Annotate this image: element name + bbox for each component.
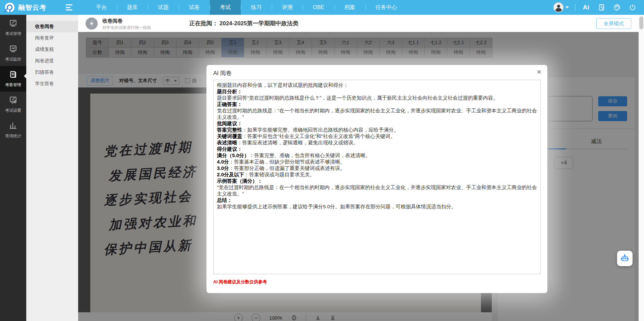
ai-text-line: 答案完整性：如果学生能够完整、准确地回答出总路线的核心内容，应给予满分。 [217,127,537,133]
exam-paper-icon [9,70,18,80]
ai-text-bold: 答案完整性 [217,127,242,133]
user-menu[interactable] [553,2,569,12]
exam-monitor-icon [9,44,18,54]
ai-text-normal: ：答案完整、准确，包含所有核心关键词，表述清晰。 [249,152,371,158]
sidebar-item-考试监控[interactable]: 考试监控 [0,40,26,66]
ai-text-normal: 如果学生能够提供上述示例答案，建议给予满分5.0分。如果答案存在部分问题，可根据… [217,204,456,209]
page-scrollbar [639,15,644,321]
sidebar-item-考卷管理[interactable]: 考卷管理 [0,66,26,92]
ai-text-normal: ：答案中应包含“社会主义工业化”和“社会主义改造”两个核心关键词。 [242,133,395,139]
close-icon[interactable]: × [537,68,541,76]
ai-assistant-icon[interactable]: Ai [581,3,591,12]
ai-robot-button[interactable] [617,251,633,266]
ai-text-bold: 关键词覆盖 [217,133,242,139]
exam-manage-icon [9,19,18,29]
sidebar-item-考试管理[interactable]: 考试管理 [0,15,26,40]
scrollbar-thumb[interactable] [639,16,643,29]
topnav-item[interactable]: OBE [303,0,334,15]
ai-grading-modal: AI 阅卷 × 根据题目内容和分值，以下是对该试题的批阅建议和得分：题目分析：题… [206,65,547,293]
topnav-item[interactable]: 题库 [117,0,148,15]
app-title: 融智云考 [18,3,46,12]
ai-text-normal: “党在过渡时期的总路线是：在一个相当长的时期内，逐步实现国家的社会主义工业化，并… [217,184,537,197]
submenu-item-阅卷进度[interactable]: 阅卷进度 [26,55,78,67]
sidebar-item-label: 考卷管理 [5,82,21,88]
topnav-item[interactable]: 考试 [210,0,241,15]
submenu-item-成绩复核[interactable]: 成绩复核 [26,44,78,55]
ai-text-normal: ：如果学生能够完整、准确地回答出总路线的核心内容，应给予满分。 [242,127,399,133]
collapse-menu-icon[interactable] [66,4,72,10]
ai-text-line: 正确答案： [217,101,537,107]
topnav-item[interactable]: 档案 [334,0,365,15]
page-subtitle: 对学生的试卷进行统一批阅 [102,25,151,31]
topnav-item[interactable]: 任务中心 [365,0,407,15]
ai-text-normal: ：答案部分正确，但遗漏了重要关键词或表述有误。 [229,165,345,171]
ai-disclaimer-text: AI 阅卷建议及分数仅供参考 [213,279,267,285]
ai-text-line: 表述清晰：答案应表述清晰，逻辑通顺，避免出现歧义或错误。 [217,139,537,146]
app-logo: 融智云考 [0,2,62,12]
logo-icon [5,2,15,12]
ai-suggestion-textbox[interactable]: 根据题目内容和分值，以下是对该试题的批阅建议和得分：题目分析：题目要求回答“党在… [213,80,541,274]
sidebar-item-label: 考试监控 [5,57,21,62]
page-header: 收卷阅卷 对学生的试卷进行统一批阅 正在批阅： 2024-2025第一学期期中政… [78,15,639,32]
ai-text-bold: 满分（5.0分） [217,152,249,158]
submenu-sidebar: 收卷阅卷阅卷复评成绩复核阅卷进度扫描答卷学生答卷 [26,15,78,321]
ai-text-normal: 党在过渡时期的总路线是：“在一个相当长的时期内，逐步实现国家的社会主义工业化，并… [217,108,537,120]
ai-text-line: 得分建议： [217,146,537,152]
ai-text-normal: 根据题目内容和分值，以下是对该试题的批阅建议和得分： [217,82,348,88]
sidebar-item-考试设置[interactable]: 考试设置 [0,92,26,117]
ai-text-line: 满分（5.0分）：答案完整、准确，包含所有核心关键词，表述清晰。 [217,152,537,158]
topnav-item[interactable]: 试卷 [179,0,210,15]
ai-text-normal: ：答案应表述清晰，逻辑通顺，避免出现歧义或错误。 [237,140,358,145]
topnav-item[interactable]: 练习 [241,0,272,15]
ai-text-line: 示例答案（满分）： [217,178,537,184]
back-button[interactable] [86,17,98,30]
topnav-item[interactable]: 试题 [148,0,179,15]
top-navbar: 融智云考 平台题库试题试卷考试练习评测OBE档案任务中心 Ai [0,0,644,15]
grading-status-text: 正在批阅： 2024-2025第一学期期中政法类 [189,20,298,27]
sidebar-item-label: 考试设置 [5,108,21,113]
notes-pen-icon[interactable] [597,3,606,12]
submenu-item-收卷阅卷[interactable]: 收卷阅卷 [26,21,78,32]
ai-text-bold: 总结： [217,197,232,203]
divider [575,4,575,11]
topnav-item[interactable]: 评测 [272,0,303,15]
submenu-item-扫描答卷[interactable]: 扫描答卷 [26,67,78,78]
ai-text-line: 题目要求回答“党在过渡时期的总路线是什么？”，这是一个历史知识点，属于新民主主义… [217,95,537,101]
ai-text-line: 批阅建议： [217,120,537,127]
ai-text-line: “党在过渡时期的总路线是：在一个相当长的时期内，逐步实现国家的社会主义工业化，并… [217,184,537,197]
ai-text-line: 2.0分及以下：答案错误或与题目要求无关。 [217,171,537,178]
exam-settings-icon [9,96,18,105]
ai-text-normal: ：答案基本正确，但缺少部分细节或表述不够清晰。 [229,159,345,165]
ai-text-line: 3.0分：答案部分正确，但遗漏了重要关键词或表述有误。 [217,165,537,171]
sidebar-item-label: 查询统计 [5,133,21,139]
ai-text-line: 根据题目内容和分值，以下是对该试题的批阅建议和得分： [217,82,537,88]
sidebar-item-查询统计[interactable]: 查询统计 [0,117,26,143]
ai-text-line: 如果学生能够提供上述示例答案，建议给予满分5.0分。如果答案存在部分问题，可根据… [217,203,537,210]
ai-text-bold: 题目分析： [217,88,242,94]
ai-text-line: 党在过渡时期的总路线是：“在一个相当长的时期内，逐步实现国家的社会主义工业化，并… [217,107,537,120]
ai-text-line: 关键词覆盖：答案中应包含“社会主义工业化”和“社会主义改造”两个核心关键词。 [217,133,537,139]
fullscreen-button[interactable]: 全屏模式 [596,18,631,29]
page-title: 收卷阅卷 [102,18,123,24]
topnav-item[interactable]: 平台 [86,0,117,15]
ai-text-normal: 题目要求回答“党在过渡时期的总路线是什么？”，这是一个历史知识点，属于新民主主义… [217,95,498,101]
logout-power-icon[interactable] [628,3,637,12]
submenu-item-阅卷复评[interactable]: 阅卷复评 [26,32,78,44]
ai-text-bold: 正确答案： [217,101,242,107]
query-stats-icon [9,121,18,131]
chevron-down-icon [566,6,569,8]
theme-palette-icon[interactable] [612,3,622,12]
icon-sidebar: 考试管理考试监控考卷管理考试设置查询统计 [0,15,26,321]
ai-text-bold: 批阅建议： [217,120,242,126]
avatar[interactable] [553,2,564,12]
ai-text-bold: 表述清晰 [217,140,237,145]
modal-title: AI 阅卷 [213,69,232,77]
ai-text-normal: ：答案错误或与题目要求无关。 [244,172,315,177]
ai-text-bold: 示例答案（满分）： [217,178,262,184]
submenu-item-学生答卷[interactable]: 学生答卷 [26,78,78,90]
ai-text-bold: 4.0分 [217,159,229,165]
sidebar-item-label: 考试管理 [5,31,21,37]
ai-text-line: 4.0分：答案基本正确，但缺少部分细节或表述不够清晰。 [217,158,537,165]
primary-nav: 平台题库试题试卷考试练习评测OBE档案任务中心 [86,0,407,15]
ai-text-bold: 2.0分及以下 [217,172,244,177]
